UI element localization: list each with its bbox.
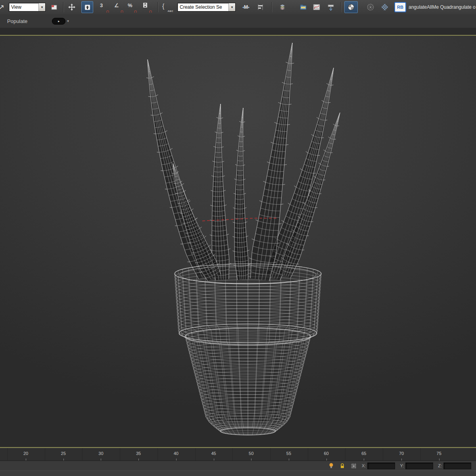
curve-editor-icon (313, 4, 321, 11)
toolbar-separator (157, 2, 158, 12)
curve-editor-button[interactable] (311, 2, 322, 13)
use-pivot-point-center-icon (51, 4, 58, 11)
absolute-offset-mode-toggle[interactable] (350, 462, 357, 469)
mirror-label: M (244, 4, 248, 10)
material-sphere-icon (347, 3, 355, 11)
named-selection-sets-dropdown[interactable]: Create Selection Se ▼ (177, 3, 236, 12)
rendered-frame-window-button[interactable] (365, 2, 376, 13)
select-and-scale-icon[interactable]: ↗ (0, 3, 4, 12)
lightbulb-icon (328, 463, 334, 469)
y-coordinate-input[interactable] (405, 463, 433, 469)
script-buttons-label[interactable]: angulateAllMe Quadrangulate o (409, 4, 476, 10)
toggle-scene-explorer-button[interactable] (277, 2, 288, 13)
chevron-down-icon[interactable]: ▾ (67, 19, 69, 23)
main-toolbar: ↗ View ▼ 3 ∩ ∠ ∩ % ∩ (0, 0, 476, 14)
abc-label: ABC (168, 10, 174, 12)
lock-icon (340, 463, 345, 469)
play-icon: ▸ (58, 19, 60, 23)
reference-coordinate-system-value: View (11, 4, 38, 10)
diamond-lattice-icon (380, 3, 389, 12)
toolbar-separator (63, 2, 64, 12)
edit-named-selection-sets-button[interactable]: { ABC (161, 2, 174, 13)
percent-snap-toggle-button[interactable]: % ∩ (127, 2, 138, 13)
manipulate-cross-icon (68, 3, 76, 11)
use-pivot-point-center-button[interactable] (49, 2, 60, 13)
app: { "toolbar": { "reference_coordinate_sys… (0, 0, 476, 476)
bottom-toolbar-strip (0, 470, 476, 476)
status-bar: X: Y: Z: (0, 461, 476, 470)
brace-glyph: { (162, 3, 164, 10)
render-production-button[interactable] (379, 2, 390, 13)
spinner-icon (143, 2, 148, 8)
viewport-border (0, 35, 476, 36)
align-button[interactable] (255, 2, 266, 13)
chevron-down-icon[interactable]: ▼ (228, 3, 235, 11)
coordinate-x: X: (362, 463, 395, 469)
coordinate-z: Z: (438, 463, 471, 469)
named-selection-sets-value: Create Selection Se (180, 4, 228, 10)
snap-3d-label: 3 (100, 2, 103, 8)
selection-lock-toggle[interactable] (339, 462, 346, 469)
toggle-ribbon-button[interactable] (298, 2, 309, 13)
viewport[interactable] (0, 36, 476, 447)
magnet-icon: ∩ (134, 9, 137, 13)
z-label: Z: (438, 463, 442, 468)
keyboard-shortcut-override-toggle[interactable] (81, 1, 93, 13)
mirror-button[interactable]: ◂ M ▸ (240, 2, 251, 13)
populate-bar: Populate ▸ ▾ (0, 14, 476, 28)
x-coordinate-input[interactable] (367, 463, 395, 469)
material-editor-button[interactable] (344, 1, 358, 13)
dotted-sphere-icon (367, 3, 374, 11)
grid-icon (351, 463, 357, 469)
coordinate-y: Y: (400, 463, 433, 469)
toolbar-separator (271, 2, 272, 12)
z-coordinate-input[interactable] (443, 463, 471, 469)
populate-menu-label[interactable]: Populate (7, 18, 27, 24)
magnet-icon: ∩ (120, 9, 124, 13)
select-and-manipulate-button[interactable] (66, 2, 77, 13)
x-label: X: (362, 463, 366, 468)
mirror-right-arrow-icon: ▸ (248, 5, 250, 9)
wireframe-aloe-model[interactable] (0, 36, 476, 447)
angle-snap-label: ∠ (114, 2, 119, 8)
layers-icon (278, 3, 286, 11)
populate-tools-button[interactable]: ▸ (52, 18, 65, 25)
magnet-icon: ∩ (149, 9, 152, 13)
percent-snap-label: % (128, 2, 132, 8)
rb-script-button[interactable]: RB (394, 2, 406, 12)
keyboard-override-icon (84, 4, 91, 11)
magnet-icon: ∩ (106, 9, 109, 13)
schematic-view-button[interactable] (325, 2, 336, 13)
reference-coordinate-system-dropdown[interactable]: View ▼ (9, 3, 46, 12)
adaptive-degradation-toggle[interactable] (328, 462, 335, 469)
folder-icon (299, 4, 307, 11)
toolbar-separator (340, 2, 341, 12)
snap-toggle-3d-button[interactable]: 3 ∩ (99, 2, 110, 13)
y-label: Y: (400, 463, 404, 468)
timeline-ruler[interactable]: 202530354045505560657075 (0, 448, 476, 461)
toolbar-gap (0, 28, 476, 35)
chevron-down-icon[interactable]: ▼ (38, 3, 45, 11)
align-icon (257, 4, 264, 11)
viewport-border (0, 447, 476, 448)
schematic-view-icon (327, 4, 335, 11)
angle-snap-toggle-button[interactable]: ∠ ∩ (113, 2, 124, 13)
spinner-snap-toggle-button[interactable]: ∩ (142, 2, 153, 13)
